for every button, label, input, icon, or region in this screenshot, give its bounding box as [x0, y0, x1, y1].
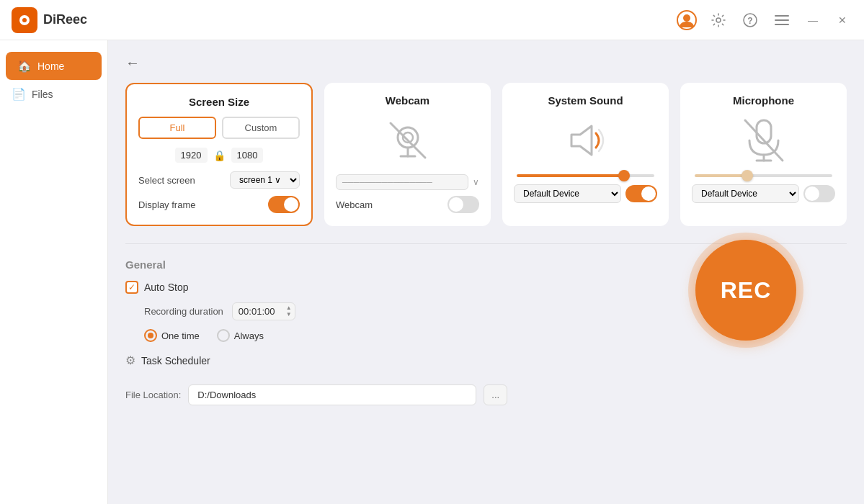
volume-slider-container [514, 174, 657, 177]
webcam-icon-container [385, 115, 431, 166]
mic-volume-slider-container [692, 174, 835, 177]
file-location-row: File Location: ... [125, 384, 847, 405]
microphone-icon [742, 117, 785, 163]
svg-point-1 [683, 14, 690, 22]
radio-always-circle [217, 329, 230, 342]
select-screen-row: Select screen screen 1 ∨ [138, 171, 300, 189]
radio-one-time[interactable]: One time [144, 329, 200, 342]
avatar-icon[interactable] [675, 9, 698, 32]
size-buttons: Full Custom [138, 117, 300, 139]
mic-volume-slider[interactable] [695, 174, 832, 177]
back-button[interactable]: ← [125, 55, 140, 71]
system-sound-toggle[interactable] [625, 185, 657, 202]
logo-icon [12, 7, 37, 33]
svg-point-8 [398, 127, 418, 148]
microphone-center: Default Device [692, 115, 835, 203]
app-name: DiReec [43, 12, 87, 27]
recording-duration-label: Recording duration [144, 306, 223, 317]
volume-thumb [618, 170, 630, 181]
file-location-label: File Location: [125, 390, 181, 400]
file-location-browse-button[interactable]: ... [484, 384, 507, 405]
file-location-input[interactable] [188, 384, 476, 405]
system-sound-card: System Sound [502, 83, 669, 226]
microphone-card: Microphone [680, 83, 847, 226]
screen-size-title: Screen Size [138, 96, 300, 108]
checkbox-check-icon: ✓ [128, 282, 135, 292]
rec-button-container: REC [688, 233, 803, 348]
svg-rect-5 [775, 15, 789, 17]
display-frame-row: Display frame [138, 196, 300, 213]
display-frame-label: Display frame [138, 199, 195, 210]
duration-down-arrow[interactable]: ▼ [286, 312, 292, 318]
sidebar-home-label: Home [37, 60, 64, 72]
sidebar: 🏠 Home 📄 Files [0, 40, 108, 504]
duration-input-wrapper: ▲ ▼ [232, 302, 295, 320]
height-value: 1080 [231, 148, 264, 163]
display-frame-toggle[interactable] [268, 196, 300, 213]
mic-device-select[interactable]: Default Device [692, 184, 799, 203]
rec-button-outer[interactable]: REC [688, 233, 803, 348]
title-bar-actions: ? — ✕ [675, 9, 852, 32]
webcam-icon [385, 117, 431, 163]
radio-always-label: Always [234, 330, 264, 341]
files-icon: 📄 [12, 87, 26, 101]
full-button[interactable]: Full [138, 117, 216, 139]
settings-icon[interactable] [707, 9, 730, 32]
duration-arrows: ▲ ▼ [283, 304, 295, 319]
webcam-toggle[interactable] [447, 196, 479, 213]
mic-icon-container [742, 115, 785, 166]
webcam-label: Webcam [336, 199, 373, 210]
main-layout: 🏠 Home 📄 Files ← Screen Size Full Custom [0, 40, 864, 504]
custom-button[interactable]: Custom [222, 117, 300, 139]
system-volume-slider[interactable] [517, 174, 654, 177]
menu-icon[interactable] [770, 9, 793, 32]
svg-rect-6 [775, 19, 789, 21]
cards-row: Screen Size Full Custom 1920 🔒 1080 Sele… [125, 83, 847, 226]
close-button[interactable]: ✕ [832, 12, 852, 29]
duration-input[interactable] [233, 303, 283, 320]
webcam-dropdown[interactable]: ──────────────── [336, 174, 468, 190]
screen-size-card: Screen Size Full Custom 1920 🔒 1080 Sele… [125, 83, 313, 226]
system-device-row: Default Device [514, 184, 657, 203]
width-value: 1920 [175, 148, 208, 163]
content-inner: ← Screen Size Full Custom 1920 🔒 1080 [125, 55, 847, 405]
system-sound-icon-container [563, 115, 609, 166]
app-logo: DiReec [12, 7, 675, 33]
sidebar-item-files[interactable]: 📄 Files [0, 80, 107, 108]
webcam-center: ──────────────── ∨ Webcam [336, 115, 479, 213]
radio-one-time-label: One time [161, 330, 200, 341]
rec-button-label: REC [721, 277, 772, 304]
radio-always[interactable]: Always [217, 329, 264, 342]
svg-point-2 [716, 18, 721, 22]
mic-volume-thumb [741, 170, 753, 181]
title-bar: DiReec ? [0, 0, 864, 40]
mic-device-row: Default Device [692, 184, 835, 203]
content-area: ← Screen Size Full Custom 1920 🔒 1080 [108, 40, 864, 504]
duration-up-arrow[interactable]: ▲ [286, 305, 292, 311]
mic-toggle[interactable] [803, 185, 835, 202]
webcam-title: Webcam [336, 94, 479, 107]
system-sound-title: System Sound [514, 94, 657, 107]
task-scheduler-row[interactable]: ⚙ Task Scheduler [125, 354, 847, 367]
task-scheduler-label[interactable]: Task Scheduler [141, 355, 210, 366]
radio-one-time-circle [144, 329, 157, 342]
rec-button-inner[interactable]: REC [695, 240, 796, 341]
help-icon[interactable]: ? [739, 9, 762, 32]
system-device-select[interactable]: Default Device [514, 184, 621, 203]
svg-rect-7 [775, 24, 789, 25]
task-scheduler-icon: ⚙ [125, 354, 135, 367]
system-sound-center: Default Device [514, 115, 657, 203]
webcam-card: Webcam ────────────── [324, 83, 491, 226]
minimize-button[interactable]: — [802, 12, 824, 29]
webcam-toggle-row: Webcam [336, 196, 479, 213]
screen-select[interactable]: screen 1 ∨ [230, 171, 300, 189]
sidebar-files-label: Files [32, 89, 53, 100]
dropdown-arrow-icon[interactable]: ∨ [473, 177, 479, 187]
sidebar-item-home[interactable]: 🏠 Home [6, 52, 102, 80]
auto-stop-label: Auto Stop [144, 282, 189, 293]
auto-stop-checkbox[interactable]: ✓ [125, 281, 138, 294]
microphone-title: Microphone [692, 94, 835, 107]
svg-text:?: ? [747, 16, 752, 26]
sound-icon [563, 117, 609, 163]
logo-inner-circle [19, 15, 30, 25]
